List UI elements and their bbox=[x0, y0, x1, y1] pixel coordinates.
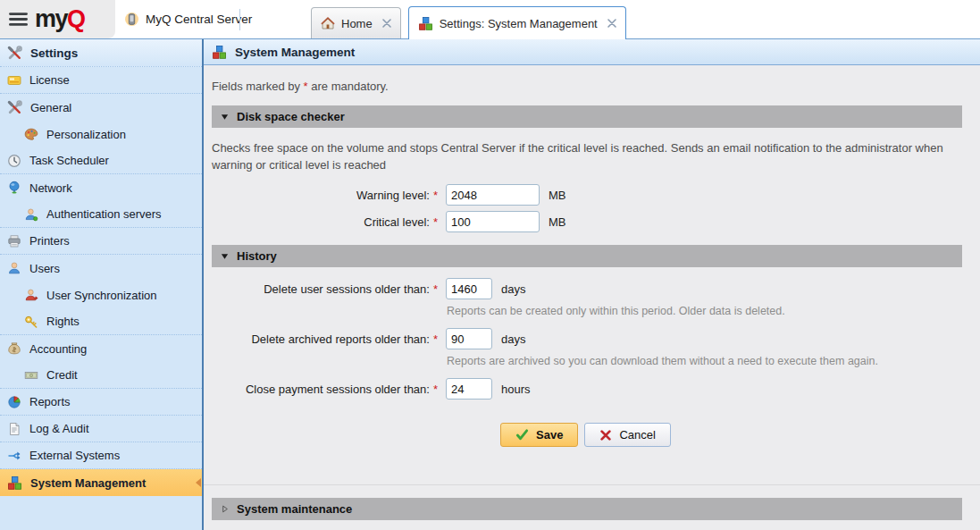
section-divider bbox=[204, 484, 980, 485]
sidebar-item-task-scheduler[interactable]: Task Scheduler bbox=[0, 147, 202, 174]
sidebar-item-license[interactable]: License bbox=[0, 67, 202, 94]
close-payment-sessions-older-than-label: Close payment sessions older than:* bbox=[204, 383, 438, 396]
save-button[interactable]: Save bbox=[500, 423, 578, 447]
form-row: Warning level:*MB bbox=[204, 184, 980, 206]
sidebar-item-authentication-servers[interactable]: Authentication servers bbox=[0, 201, 202, 228]
unit-label: days bbox=[501, 332, 525, 346]
sidebar-item-label: Personalization bbox=[46, 128, 126, 141]
sidebar-item-personalization[interactable]: Personalization bbox=[0, 121, 202, 147]
sidebar-item-reports[interactable]: Reports bbox=[0, 389, 202, 416]
sidebar-item-label: Printers bbox=[29, 234, 70, 248]
top-bar: myQ MyQ Central Server HomeSettings: Sys… bbox=[0, 0, 980, 39]
tab-close-icon[interactable] bbox=[382, 19, 391, 28]
warning-level-input[interactable] bbox=[446, 184, 540, 206]
tab-close-icon[interactable] bbox=[607, 19, 616, 28]
section-title: System maintenance bbox=[237, 502, 352, 516]
form-row: Delete archived reports older than:*days bbox=[204, 328, 980, 349]
critical-level-label: Critical level:* bbox=[204, 215, 438, 229]
unit-label: days bbox=[501, 282, 525, 296]
cross-icon bbox=[599, 429, 612, 442]
form-sections: Disk space checkerChecks free space on t… bbox=[204, 105, 980, 400]
logo-text-red: Q bbox=[67, 5, 85, 32]
note-suffix: are mandatory. bbox=[308, 80, 389, 93]
server-status-icon bbox=[124, 12, 139, 27]
section-header-system-maintenance[interactable]: System maintenance bbox=[212, 498, 962, 520]
topbar-separator bbox=[239, 9, 240, 30]
network-icon bbox=[7, 181, 21, 195]
section-description: Checks free space on the volume and stop… bbox=[212, 139, 962, 173]
user-icon bbox=[7, 261, 21, 275]
delete-user-sessions-older-than-label: Delete user sessions older than:* bbox=[204, 282, 438, 296]
auth-servers-icon bbox=[24, 207, 38, 222]
unit-label: MB bbox=[549, 189, 566, 202]
sidebar-item-network[interactable]: Network bbox=[0, 174, 202, 201]
sidebar-item-label: Authentication servers bbox=[46, 207, 162, 221]
sidebar-item-user-synchronization[interactable]: User Synchronization bbox=[0, 282, 202, 308]
sidebar-item-users[interactable]: Users bbox=[0, 255, 202, 282]
sidebar-item-general[interactable]: General bbox=[0, 94, 202, 121]
task-scheduler-icon bbox=[7, 154, 21, 168]
form-row: Close payment sessions older than:*hours bbox=[204, 378, 980, 400]
sidebar: Settings LicenseGeneralPersonalizationTa… bbox=[0, 39, 204, 530]
tri-down-icon bbox=[221, 252, 229, 260]
sidebar-item-system-management[interactable]: System Management bbox=[0, 469, 202, 496]
mandatory-note: Fields marked by * are mandatory. bbox=[212, 80, 962, 93]
tab-home[interactable]: Home bbox=[311, 7, 401, 38]
logo-text-black: my bbox=[35, 5, 67, 32]
sidebar-menu: LicenseGeneralPersonalizationTask Schedu… bbox=[0, 67, 202, 496]
required-marker: * bbox=[433, 332, 438, 346]
server-name-label: MyQ Central Server bbox=[146, 13, 252, 26]
close-payment-sessions-older-than-input[interactable] bbox=[446, 378, 492, 400]
section-header-disk-space-checker[interactable]: Disk space checker bbox=[212, 105, 962, 128]
tab-label: Settings: System Management bbox=[440, 17, 598, 30]
field-hint: Reports are archived so you can download… bbox=[447, 355, 962, 367]
section-rows: Warning level:*MBCritical level:*MB bbox=[204, 184, 980, 232]
sidebar-item-credit[interactable]: Credit bbox=[0, 362, 202, 389]
section-header-history[interactable]: History bbox=[212, 245, 962, 267]
brand-block: myQ bbox=[0, 0, 115, 38]
check-icon bbox=[515, 428, 529, 442]
page-header: System Management bbox=[204, 39, 980, 65]
sidebar-item-label: Network bbox=[29, 181, 72, 195]
sidebar-header-settings: Settings bbox=[0, 39, 202, 67]
home-icon bbox=[321, 16, 335, 30]
cancel-button[interactable]: Cancel bbox=[584, 423, 670, 447]
section-title: Disk space checker bbox=[237, 110, 345, 123]
sidebar-item-rights[interactable]: Rights bbox=[0, 308, 202, 335]
app-window: myQ MyQ Central Server HomeSettings: Sys… bbox=[0, 0, 980, 530]
save-button-label: Save bbox=[536, 428, 563, 442]
sidebar-item-printers[interactable]: Printers bbox=[0, 228, 202, 255]
hamburger-icon[interactable] bbox=[9, 12, 28, 27]
sidebar-item-label: User Synchronization bbox=[46, 289, 157, 302]
myq-logo: myQ bbox=[35, 7, 85, 31]
license-icon bbox=[7, 73, 21, 88]
sidebar-item-external-systems[interactable]: External Systems bbox=[0, 442, 202, 469]
tools-icon bbox=[7, 100, 22, 115]
delete-archived-reports-older-than-input[interactable] bbox=[446, 328, 492, 349]
main-content: System Management Fields marked by * are… bbox=[204, 39, 980, 530]
delete-user-sessions-older-than-input[interactable] bbox=[446, 278, 492, 299]
personalization-icon bbox=[24, 127, 38, 141]
critical-level-input[interactable] bbox=[446, 211, 540, 232]
user-sync-icon bbox=[24, 288, 38, 302]
blocks-icon bbox=[212, 45, 227, 60]
sidebar-item-accounting[interactable]: Accounting bbox=[0, 335, 202, 362]
tab-strip: HomeSettings: System Management bbox=[311, 6, 626, 39]
tab-settings-system-management[interactable]: Settings: System Management bbox=[408, 6, 626, 39]
warning-level-label: Warning level:* bbox=[204, 189, 438, 202]
sidebar-item-label: System Management bbox=[30, 476, 146, 490]
sidebar-item-label: External Systems bbox=[29, 449, 120, 462]
key-icon bbox=[24, 315, 38, 329]
tools-icon bbox=[7, 46, 22, 61]
field-hint: Reports can be created only within this … bbox=[447, 305, 962, 317]
required-marker: * bbox=[433, 282, 438, 296]
unit-label: MB bbox=[549, 215, 566, 229]
sidebar-item-label: License bbox=[29, 73, 70, 87]
sidebar-item-label: Credit bbox=[46, 368, 78, 382]
external-arrows-icon bbox=[7, 449, 21, 463]
tri-right-icon bbox=[221, 505, 229, 513]
sidebar-item-log-audit[interactable]: Log & Audit bbox=[0, 416, 202, 442]
button-row: Save Cancel bbox=[500, 423, 980, 447]
server-indicator: MyQ Central Server bbox=[124, 0, 252, 38]
sidebar-item-label: General bbox=[30, 101, 71, 114]
